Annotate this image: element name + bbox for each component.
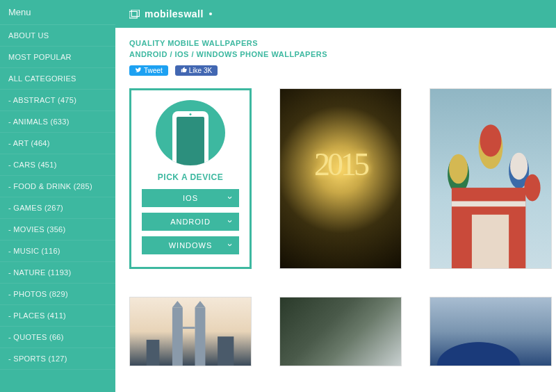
sidebar-item-food-drink[interactable]: - FOOD & DRINK (285) — [0, 176, 115, 197]
stream-image — [280, 297, 401, 366]
content: QUALITY MOBILE WALLPAPERS ANDROID / IOS … — [115, 28, 556, 377]
tweet-label: Tweet — [144, 67, 163, 74]
cathedral-image — [430, 89, 551, 268]
social-row: Tweet Like 3K — [129, 65, 542, 76]
wallpaper-card-towers[interactable] — [129, 297, 252, 366]
sidebar: Menu ABOUT US MOST POPULAR ALL CATEGORIE… — [0, 0, 115, 392]
svg-marker-15 — [195, 301, 206, 307]
svg-rect-10 — [472, 215, 509, 268]
sidebar-item-music[interactable]: - MUSIC (116) — [0, 240, 115, 262]
sidebar-item-games[interactable]: - GAMES (267) — [0, 197, 115, 219]
wallpaper-card-fireworks[interactable]: 2015 — [279, 88, 402, 269]
fireworks-year-text: 2015 — [314, 146, 367, 183]
svg-point-3 — [449, 154, 468, 184]
fb-like-count: 3K — [204, 67, 212, 74]
controller-image — [430, 297, 551, 366]
picker-android-button[interactable]: ANDROID — [142, 213, 239, 231]
svg-marker-13 — [172, 301, 183, 307]
main-area: mobileswall QUALITY MOBILE WALLPAPERS AN… — [115, 0, 556, 392]
brand-logo[interactable]: mobileswall — [129, 8, 212, 19]
device-picker-card: PICK A DEVICE IOS ANDROID WINDOWS — [129, 88, 252, 269]
heading-2: ANDROID / IOS / WINDOWS PHONE WALLPAPERS — [129, 50, 542, 58]
svg-rect-11 — [452, 201, 525, 206]
sidebar-item-movies[interactable]: - MOVIES (356) — [0, 219, 115, 240]
thumbs-up-icon — [181, 67, 187, 74]
sidebar-item-popular[interactable]: MOST POPULAR — [0, 47, 115, 68]
sidebar-item-art[interactable]: - ART (464) — [0, 133, 115, 154]
topbar: mobileswall — [115, 0, 556, 28]
sidebar-item-nature[interactable]: - NATURE (1193) — [0, 262, 115, 284]
svg-point-8 — [524, 174, 540, 202]
svg-rect-14 — [195, 307, 206, 366]
device-illustration — [156, 100, 225, 165]
fireworks-image: 2015 — [280, 89, 401, 268]
svg-point-7 — [510, 153, 528, 180]
svg-rect-18 — [218, 336, 234, 366]
heading-1: QUALITY MOBILE WALLPAPERS — [129, 39, 542, 47]
sidebar-item-photos[interactable]: - PHOTOS (829) — [0, 284, 115, 305]
svg-rect-0 — [129, 12, 137, 19]
menu-header: Menu — [0, 0, 115, 25]
logo-icon — [129, 9, 140, 19]
sidebar-item-places[interactable]: - PLACES (411) — [0, 305, 115, 327]
svg-rect-16 — [183, 327, 195, 329]
device-picker-title: PICK A DEVICE — [158, 172, 223, 182]
wallpaper-card-controller[interactable] — [430, 297, 552, 366]
phone-icon — [172, 111, 208, 165]
sidebar-item-about[interactable]: ABOUT US — [0, 25, 115, 47]
sidebar-item-quotes[interactable]: - QUOTES (66) — [0, 327, 115, 348]
wallpaper-card-cathedral[interactable] — [430, 88, 552, 269]
picker-windows-button[interactable]: WINDOWS — [142, 236, 239, 254]
towers-image — [130, 297, 251, 366]
sidebar-item-sports[interactable]: - SPORTS (127) — [0, 348, 115, 370]
fb-like-label: Like — [189, 67, 202, 74]
svg-rect-1 — [131, 10, 139, 17]
sidebar-item-abstract[interactable]: - ABSTRACT (475) — [0, 90, 115, 111]
sidebar-item-all-categories[interactable]: ALL CATEGORIES — [0, 68, 115, 90]
fb-like-button[interactable]: Like 3K — [175, 65, 218, 76]
svg-point-5 — [480, 124, 502, 156]
sidebar-item-animals[interactable]: - ANIMALS (633) — [0, 111, 115, 133]
svg-rect-17 — [147, 340, 160, 366]
wallpaper-grid: PICK A DEVICE IOS ANDROID WINDOWS 2015 — [129, 88, 542, 366]
svg-rect-12 — [172, 307, 183, 366]
twitter-icon — [135, 67, 142, 74]
sidebar-item-cars[interactable]: - CARS (451) — [0, 154, 115, 176]
brand-name: mobileswall — [145, 8, 204, 19]
picker-ios-button[interactable]: IOS — [142, 189, 239, 207]
tweet-button[interactable]: Tweet — [129, 65, 168, 76]
wallpaper-card-stream[interactable] — [279, 297, 402, 366]
brand-dot — [209, 13, 212, 15]
